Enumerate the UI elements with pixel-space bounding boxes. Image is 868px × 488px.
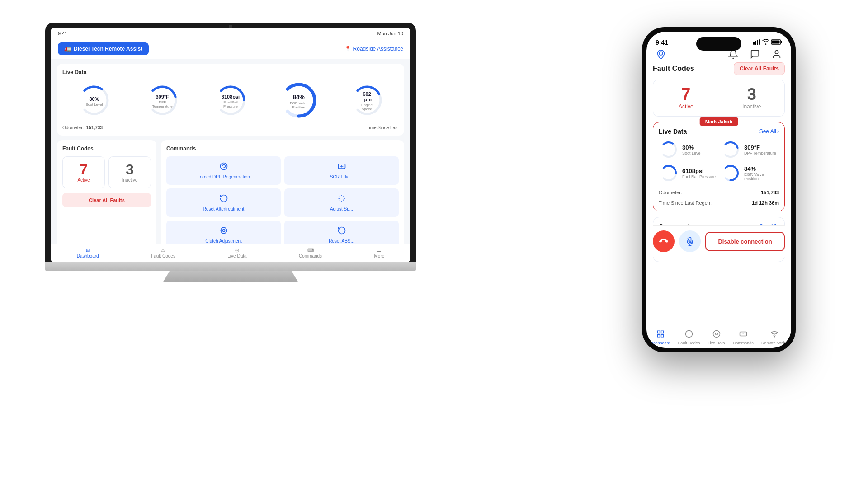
- phone-nav-live-icon: [712, 330, 721, 340]
- svg-rect-16: [757, 40, 758, 45]
- phone-nav-live-label: Live Data: [708, 341, 725, 345]
- laptop-nav-dashboard[interactable]: ⊞ Dashboard: [77, 248, 99, 258]
- phone-active-num: 7: [660, 86, 712, 103]
- phone-clear-faults-button[interactable]: Clear All Faults: [734, 62, 785, 75]
- laptop-nav-livedata[interactable]: ◎ Live Data: [227, 248, 246, 258]
- phone-inactive-fault: 3 Inactive: [719, 80, 785, 116]
- phone-gauge-soot-name: Soot Level: [682, 151, 702, 155]
- svg-point-30: [720, 163, 741, 183]
- phone-nav-fault-label: Fault Codes: [678, 341, 700, 345]
- phone-nav-remote[interactable]: Remote Assist: [761, 330, 788, 345]
- nav-live-icon: ◎: [235, 248, 239, 253]
- cmd-adjust-sp[interactable]: Adjust Sp...: [284, 188, 399, 217]
- phone-nav-fault[interactable]: Fault Codes: [678, 330, 700, 345]
- time-since-label: Time Since Last: [367, 125, 399, 130]
- signal-icon: [753, 39, 760, 46]
- phone-screen: 9:41: [646, 32, 791, 348]
- cmd-clutch[interactable]: Clutch Adjustment: [166, 221, 281, 244]
- roadside-assistance-link[interactable]: 📍 Roadside Assistance: [344, 46, 403, 52]
- phone-gauge-fuel: 6108psi Fuel Rail Pressure: [659, 163, 717, 183]
- phone-time-since-row: Time Since Last Regen: 1d 12h 36m: [659, 197, 779, 206]
- laptop-clear-faults-button[interactable]: Clear All Faults: [62, 193, 151, 207]
- nav-cmd-label: Commands: [299, 253, 322, 258]
- phone-nav-commands[interactable]: Commands: [733, 330, 754, 345]
- cmd-forced-dpf[interactable]: Forced DPF Regeneration: [166, 156, 281, 185]
- phone-fault-header: Fault Codes Clear All Faults: [653, 62, 785, 75]
- live-data-card-wrapper: Mark Jakob Live Data See All ›: [653, 122, 785, 211]
- phone-gauge-dpf-value: 309°F: [744, 144, 776, 151]
- cmd-reset-abs[interactable]: Reset ABS...: [284, 221, 399, 244]
- svg-rect-19: [781, 41, 782, 43]
- cmd-reset-after[interactable]: Reset Aftertreatment: [166, 188, 281, 217]
- phone-fault-title: Fault Codes: [653, 65, 694, 73]
- phone-gauge-soot-info: 30% Soot Level: [682, 144, 702, 155]
- laptop-nav-commands[interactable]: ⌨ Commands: [299, 248, 322, 258]
- laptop-gauges-row: 30% Soot Level: [62, 80, 399, 122]
- nav-live-label: Live Data: [227, 253, 246, 258]
- laptop-nav-more[interactable]: ☰ More: [374, 248, 384, 258]
- phone-hangup-button[interactable]: [653, 230, 675, 252]
- laptop-navbar: ⊞ Dashboard ⚠ Fault Codes ◎ Live Data: [51, 244, 410, 262]
- phone-gauge-dpf-name: DPF Temperature: [744, 151, 776, 155]
- cmd-scr-label: SCR Effic...: [330, 174, 354, 179]
- svg-point-21: [659, 52, 662, 55]
- roadside-icon: 📍: [344, 46, 351, 52]
- odometer-label: Odometer: 151,733: [62, 125, 103, 130]
- laptop-nav-fault[interactable]: ⚠ Fault Codes: [151, 248, 175, 258]
- gauge-engine: 602 rpm Engine Speed: [335, 82, 399, 120]
- phone-nav-remote-label: Remote Assist: [761, 341, 788, 345]
- svg-point-10: [220, 163, 227, 170]
- phone-nav-cmd-icon: [739, 330, 747, 340]
- svg-rect-45: [740, 332, 746, 336]
- cmd-reset-icon: [219, 194, 228, 205]
- cmd-dpf-label: Forced DPF Regeneration: [197, 174, 250, 179]
- gauge-egr: 84% EGR Valve Position: [267, 80, 330, 122]
- see-all-text: See All: [760, 128, 776, 135]
- laptop-screen-outer: 9:41 Mon Jun 10 🚛 Diesel Tech Remote Ass…: [45, 23, 416, 262]
- phone-active-fault: 7 Active: [653, 80, 719, 116]
- active-fault-number: 7: [66, 162, 101, 177]
- phone-gauge-soot-arc: [659, 140, 679, 160]
- phone-nav-livedata[interactable]: Live Data: [708, 330, 725, 345]
- laptop-content: 9:41 Mon Jun 10 🚛 Diesel Tech Remote Ass…: [51, 28, 410, 262]
- laptop-statusbar: 9:41 Mon Jun 10: [51, 28, 410, 39]
- phone-gauge-egr-arc: [721, 163, 741, 183]
- diesel-btn-label: Diesel Tech Remote Assist: [74, 46, 142, 52]
- phone: 9:41: [642, 27, 796, 352]
- phone-live-see-all[interactable]: See All ›: [760, 128, 779, 135]
- phone-gauge-dpf-info: 309°F DPF Temperature: [744, 144, 776, 155]
- laptop-commands-grid: Forced DPF Regeneration SCR Effic...: [166, 156, 399, 244]
- cmd-clutch-icon: [219, 226, 228, 237]
- phone-mute-button[interactable]: [679, 230, 701, 252]
- phone-nav-dashboard-label: Dashboard: [651, 341, 670, 345]
- laptop-stand: [163, 271, 298, 282]
- phone-gauge-egr-value: 84%: [744, 165, 779, 172]
- diesel-assist-button[interactable]: 🚛 Diesel Tech Remote Assist: [58, 42, 149, 55]
- phone-gauge-fuel-info: 6108psi Fuel Rail Pressure: [682, 168, 716, 179]
- roadside-label: Roadside Assistance: [353, 46, 403, 52]
- chevron-right-icon: ›: [777, 128, 779, 135]
- cmd-clutch-label: Clutch Adjustment: [205, 239, 242, 244]
- gauge-dpf: 309°F DPF Temperature: [131, 82, 194, 120]
- phone-gauge-soot: 30% Soot Level: [659, 140, 717, 160]
- phone-disable-connection-button[interactable]: Disable connection: [705, 232, 785, 251]
- phone-nav-dashboard-icon: [656, 330, 665, 340]
- cmd-scr[interactable]: SCR Effic...: [284, 156, 399, 185]
- svg-rect-37: [661, 331, 663, 333]
- nav-cmd-icon: ⌨: [307, 248, 314, 253]
- nav-more-label: More: [374, 253, 384, 258]
- inactive-fault-label: Inactive: [113, 178, 147, 183]
- cmd-reset-label: Reset Aftertreatment: [203, 206, 245, 211]
- laptop-odometer-row: Odometer: 151,733 Time Since Last: [62, 125, 399, 130]
- phone-nav-dashboard[interactable]: Dashboard: [651, 330, 670, 345]
- gauge-egr-wrapper: 84% EGR Valve Position: [278, 80, 319, 122]
- chat-icon-btn[interactable]: [747, 46, 763, 62]
- gauge-soot-wrapper: 30% Soot Level: [76, 82, 112, 120]
- laptop-topbar: 🚛 Diesel Tech Remote Assist 📍 Roadside A…: [51, 39, 410, 59]
- laptop-live-data-section: Live Data: [57, 64, 404, 136]
- phone-gauge-dpf: 309°F DPF Temperature: [721, 140, 779, 160]
- laptop-base: [45, 262, 416, 271]
- svg-rect-20: [772, 41, 780, 44]
- location-icon-btn[interactable]: [653, 46, 669, 62]
- user-icon-btn[interactable]: [769, 46, 785, 62]
